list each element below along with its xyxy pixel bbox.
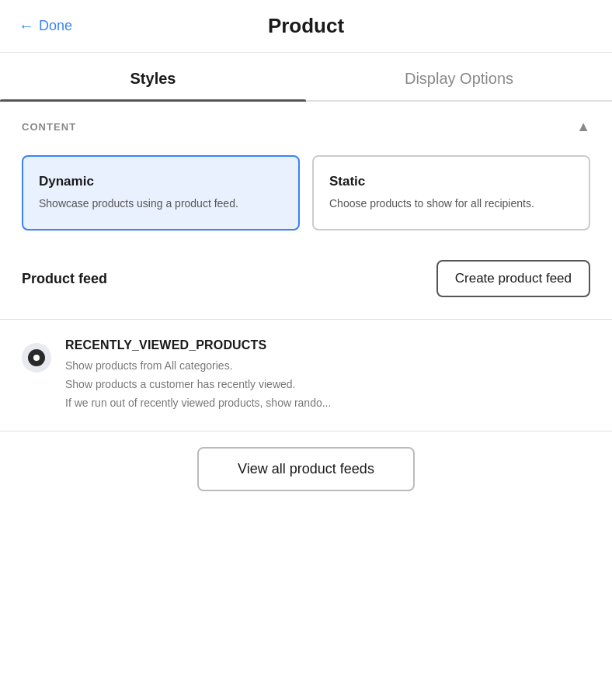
feed-desc-line-1: Show products from All categories. <box>65 357 590 376</box>
radio-dot <box>33 355 40 361</box>
feed-item[interactable]: RECENTLY_VIEWED_PRODUCTS Show products f… <box>0 320 612 431</box>
tabs-bar: Styles Display Options <box>0 53 612 102</box>
back-arrow-icon: ← <box>19 17 34 35</box>
feed-name: RECENTLY_VIEWED_PRODUCTS <box>65 338 590 352</box>
radio-button[interactable] <box>22 343 51 373</box>
content-type-cards: Dynamic Showcase products using a produc… <box>0 149 612 252</box>
tab-styles[interactable]: Styles <box>0 53 306 100</box>
section-title: CONTENT <box>22 121 76 133</box>
create-product-feed-button[interactable]: Create product feed <box>436 260 590 297</box>
content-section-header: CONTENT ▲ <box>0 102 612 149</box>
dynamic-card[interactable]: Dynamic Showcase products using a produc… <box>22 155 300 230</box>
static-card-title: Static <box>329 174 573 189</box>
view-all-section: View all product feeds <box>0 431 612 522</box>
collapse-chevron-icon[interactable]: ▲ <box>576 119 590 135</box>
product-feed-row: Product feed Create product feed <box>0 252 612 319</box>
feed-desc-line-2: Show products a customer has recently vi… <box>65 376 590 394</box>
header: ← Done Product <box>0 0 612 53</box>
page-title: Product <box>268 14 344 38</box>
static-card-description: Choose products to show for all recipien… <box>329 196 573 212</box>
dynamic-card-title: Dynamic <box>39 174 283 189</box>
done-button[interactable]: ← Done <box>19 17 72 35</box>
done-label: Done <box>39 18 72 34</box>
feed-info: RECENTLY_VIEWED_PRODUCTS Show products f… <box>65 338 590 412</box>
tab-display-options[interactable]: Display Options <box>306 53 612 100</box>
dynamic-card-description: Showcase products using a product feed. <box>39 196 283 212</box>
static-card[interactable]: Static Choose products to show for all r… <box>312 155 590 230</box>
view-all-product-feeds-button[interactable]: View all product feeds <box>197 447 415 491</box>
product-feed-label: Product feed <box>22 271 107 287</box>
feed-desc-line-3: If we run out of recently viewed product… <box>65 394 590 413</box>
radio-inner <box>28 349 45 366</box>
